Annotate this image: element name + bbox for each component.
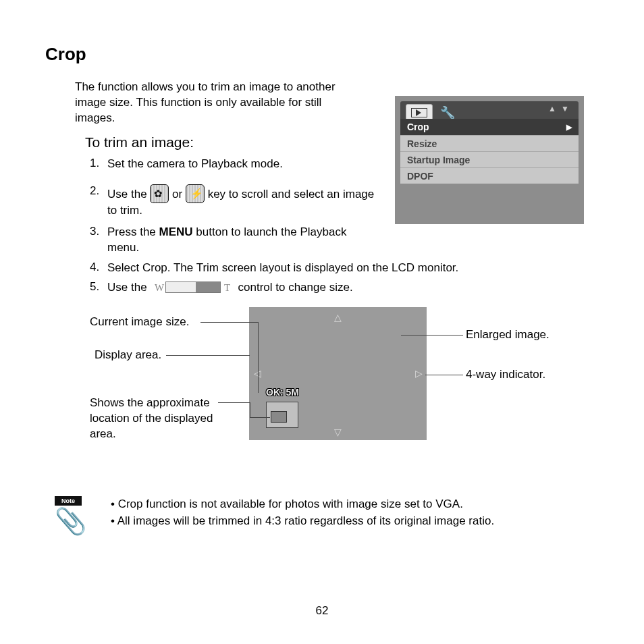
step-5-post: control to change size. bbox=[238, 281, 353, 294]
paperclip-icon: 📎 bbox=[55, 506, 86, 536]
menu-item-crop: Crop ▶ bbox=[400, 119, 579, 135]
page-title: Crop bbox=[45, 44, 86, 65]
menu-item-crop-label: Crop bbox=[407, 122, 429, 132]
step-4-text: Select Crop. The Trim screen layout is d… bbox=[107, 261, 593, 276]
step-1-text: Set the camera to Playback mode. bbox=[107, 157, 364, 172]
step-5-pre: Use the bbox=[107, 281, 150, 294]
flower-key-icon bbox=[150, 184, 169, 203]
step-2-text: Use the or key to scroll and select an i… bbox=[107, 184, 377, 219]
chevron-right-icon: ▶ bbox=[566, 123, 572, 132]
step-2-pre: Use the bbox=[107, 188, 150, 200]
page-number: 62 bbox=[0, 604, 644, 618]
zoom-wt-control-icon bbox=[165, 281, 221, 293]
step-2-number: 2. bbox=[90, 184, 99, 198]
step-5-text: Use the control to change size. bbox=[107, 280, 593, 296]
minimap-viewport bbox=[271, 411, 287, 423]
bolt-key-icon bbox=[186, 184, 205, 203]
step-5-number: 5. bbox=[90, 280, 99, 294]
scroll-up-down-icon: ▲ ▼ bbox=[548, 104, 570, 113]
step-3-number: 3. bbox=[90, 225, 99, 238]
menu-item-startup-image: Startup Image bbox=[400, 151, 579, 167]
menu-item-resize: Resize bbox=[400, 135, 579, 151]
note-bullet-2: • All images will be trimmed in 4:3 rati… bbox=[111, 514, 494, 528]
callout-current-size: Current image size. bbox=[90, 315, 189, 329]
step-3-pre: Press the bbox=[107, 225, 159, 238]
callout-4way-indicator: 4-way indicator. bbox=[466, 368, 545, 381]
step-1-number: 1. bbox=[90, 157, 99, 170]
callout-enlarged-image: Enlarged image. bbox=[466, 328, 549, 342]
menu-item-startup-image-label: Startup Image bbox=[407, 155, 470, 165]
menu-item-dpof-label: DPOF bbox=[407, 171, 433, 182]
step-3-bold: MENU bbox=[159, 225, 193, 238]
callout-display-area: Display area. bbox=[95, 348, 161, 362]
note-label: Note bbox=[55, 496, 82, 506]
right-arrow-icon: ▷ bbox=[415, 368, 423, 379]
down-arrow-icon: ▽ bbox=[334, 427, 342, 437]
intro-paragraph: The function allows you to trim an image… bbox=[75, 80, 352, 126]
note-bullet-1: • Crop function is not available for pho… bbox=[111, 498, 463, 511]
step-4-number: 4. bbox=[90, 261, 99, 274]
menu-item-resize-label: Resize bbox=[407, 138, 437, 149]
menu-item-list: Crop ▶ Resize Startup Image DPOF bbox=[400, 119, 579, 184]
step-3-text: Press the MENU button to launch the Play… bbox=[107, 225, 377, 256]
menu-item-dpof: DPOF bbox=[400, 167, 579, 184]
wrench-icon: 🔧 bbox=[440, 105, 455, 120]
step-2-mid: or bbox=[172, 188, 186, 200]
up-arrow-icon: △ bbox=[334, 312, 342, 323]
section-subtitle: To trim an image: bbox=[85, 134, 194, 151]
ok-size-label: OK: 5M bbox=[266, 387, 299, 398]
play-triangle-icon bbox=[416, 109, 421, 116]
